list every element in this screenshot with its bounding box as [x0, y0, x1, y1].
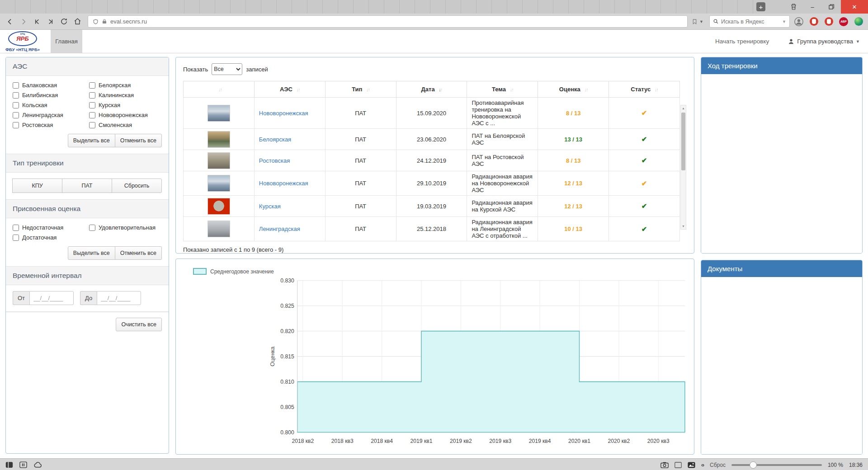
browser-tab[interactable] [553, 0, 569, 14]
browser-tab[interactable] [0, 0, 15, 14]
plant-checkbox[interactable] [89, 82, 95, 89]
forward-button[interactable] [17, 15, 29, 28]
page-size-select[interactable]: Все [212, 63, 242, 75]
browser-tab[interactable] [415, 0, 430, 14]
scroll-down-icon[interactable]: ▼ [681, 223, 686, 229]
aes-checkbox-item[interactable]: Смоленская [89, 122, 162, 128]
scrollbar-thumb[interactable] [681, 113, 685, 170]
browser-tab[interactable] [569, 0, 584, 14]
browser-tab[interactable] [476, 0, 492, 14]
browser-tab[interactable] [599, 0, 615, 14]
aes-checkbox-item[interactable]: Курская [89, 102, 162, 108]
nav-tab-home[interactable]: Главная [51, 30, 82, 53]
aes-deselect-all-button[interactable]: Отменить все [115, 134, 162, 147]
new-tab-button[interactable]: + [753, 0, 769, 14]
browser-tab[interactable] [108, 0, 123, 14]
browser-tab[interactable] [630, 0, 646, 14]
browser-tab[interactable] [200, 0, 215, 14]
aes-checkbox-item[interactable]: Билибинская [13, 92, 89, 99]
plant-link[interactable]: Ленинградская [259, 226, 300, 232]
sync-status-button[interactable] [33, 462, 42, 468]
column-header[interactable]: АЭС ↓↑ [254, 81, 325, 98]
browser-tab[interactable] [646, 0, 661, 14]
browser-tab[interactable] [277, 0, 292, 14]
column-header[interactable]: Оценка ↓↑ [538, 81, 609, 98]
antivirus-extension-button[interactable] [853, 16, 864, 28]
window-close-button[interactable]: ✕ [841, 0, 868, 14]
browser-tab[interactable] [323, 0, 338, 14]
start-training-link[interactable]: Начать тренировку [715, 38, 769, 45]
plant-checkbox[interactable] [89, 102, 95, 108]
aes-checkbox-item[interactable]: Ростовская [13, 122, 89, 128]
score-checkbox-item[interactable]: Недостаточная [13, 224, 89, 231]
column-header[interactable]: Тема ↓↑ [467, 81, 538, 98]
images-toggle-button[interactable] [688, 462, 695, 468]
browser-tab[interactable] [707, 0, 722, 14]
plant-checkbox[interactable] [13, 92, 19, 99]
profile-button[interactable] [793, 16, 805, 28]
training-type-button[interactable]: ПАТ [62, 179, 112, 193]
browser-tab[interactable] [46, 0, 61, 14]
page-actions-code-button[interactable]: ‹› [701, 462, 704, 468]
window-minimize-button[interactable]: – [803, 0, 822, 14]
zoom-slider-handle[interactable] [750, 461, 757, 469]
browser-tab[interactable] [430, 0, 446, 14]
search-engine-caret-icon[interactable]: ▼ [782, 19, 786, 24]
browser-tab[interactable] [523, 0, 538, 14]
browser-tab[interactable] [169, 0, 184, 14]
browser-tab[interactable] [154, 0, 169, 14]
browser-tab[interactable] [538, 0, 553, 14]
plant-link[interactable]: Нововоронежская [259, 180, 308, 187]
browser-tab[interactable] [384, 0, 400, 14]
scroll-up-icon[interactable]: ▲ [681, 105, 686, 111]
browser-tab[interactable] [123, 0, 138, 14]
plant-checkbox[interactable] [13, 102, 19, 108]
browser-tab[interactable] [292, 0, 307, 14]
clear-all-button[interactable]: Очистить все [116, 318, 162, 331]
plant-link[interactable]: Курская [259, 203, 281, 210]
date-from-input[interactable] [29, 291, 74, 305]
aes-checkbox-item[interactable]: Калининская [89, 92, 162, 99]
browser-tab[interactable] [307, 0, 323, 14]
score-checkbox[interactable] [13, 235, 19, 241]
table-scrollbar[interactable]: ▲ ▼ [680, 105, 686, 230]
plant-link[interactable]: Нововоронежская [259, 110, 308, 117]
browser-tab[interactable] [138, 0, 154, 14]
browser-tab[interactable] [615, 0, 630, 14]
page-actions-frame-button[interactable] [675, 462, 682, 468]
score-checkbox-item[interactable]: Удовлетворительная [89, 224, 162, 231]
column-header[interactable]: Тип ↓↑ [325, 81, 396, 98]
browser-tab[interactable] [215, 0, 231, 14]
score-checkbox[interactable] [13, 225, 19, 231]
plant-checkbox[interactable] [13, 82, 19, 89]
date-to-input[interactable] [97, 291, 141, 305]
adblock-extension-button[interactable]: ABP [838, 16, 849, 28]
capture-page-button[interactable] [660, 462, 669, 468]
column-header[interactable]: ↓↑ [184, 81, 255, 98]
browser-tab[interactable] [92, 0, 108, 14]
browser-tab[interactable] [231, 0, 246, 14]
aes-checkbox-item[interactable]: Белоярская [89, 82, 162, 89]
plant-link[interactable]: Ростовская [259, 157, 290, 164]
browser-tab[interactable] [692, 0, 707, 14]
window-restore-button[interactable] [822, 0, 841, 14]
browser-tab[interactable] [77, 0, 92, 14]
fast-forward-button[interactable] [44, 15, 57, 28]
browser-tab[interactable] [15, 0, 31, 14]
aes-select-all-button[interactable]: Выделить все [68, 134, 115, 147]
score-checkbox[interactable] [89, 225, 95, 231]
aes-checkbox-item[interactable]: Ленинградская [13, 112, 89, 118]
score-select-all-button[interactable]: Выделить все [68, 246, 115, 260]
browser-tab[interactable] [369, 0, 384, 14]
browser-tab[interactable] [400, 0, 415, 14]
plant-checkbox[interactable] [89, 92, 95, 99]
browser-tab[interactable] [31, 0, 46, 14]
closed-tabs-trash-button[interactable] [784, 0, 803, 14]
back-button[interactable] [4, 15, 16, 28]
browser-tab[interactable] [61, 0, 77, 14]
browser-tab[interactable] [261, 0, 277, 14]
browser-tab[interactable] [354, 0, 369, 14]
browser-tab[interactable] [184, 0, 200, 14]
browser-tab[interactable] [738, 0, 753, 14]
aes-checkbox-item[interactable]: Балаковская [13, 82, 89, 89]
